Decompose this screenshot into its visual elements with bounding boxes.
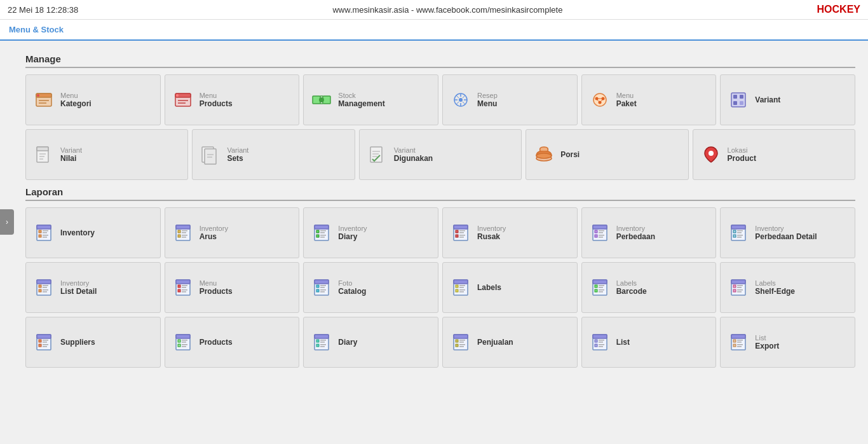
svg-rect-34 (740, 95, 743, 99)
card-suppliers[interactable]: Suppliers (25, 317, 161, 368)
sidebar-toggle[interactable]: › (0, 209, 14, 235)
svg-rect-138 (595, 289, 597, 292)
svg-rect-82 (456, 235, 458, 237)
suppliers-text: Suppliers (60, 338, 95, 347)
svg-rect-88 (599, 230, 604, 232)
svg-rect-106 (39, 289, 41, 292)
card-diary[interactable]: Diary (303, 317, 438, 368)
card-variant-digunakan[interactable]: Variant Digunakan (359, 129, 522, 180)
card-list-export[interactable]: List Export (720, 317, 855, 368)
card-labels-barcode[interactable]: Labels Barcode (581, 262, 717, 313)
penjualan-text: Penjualan (477, 338, 513, 347)
card-penjualan[interactable]: Penjualan (442, 317, 578, 368)
svg-rect-86 (593, 225, 607, 229)
svg-rect-176 (459, 340, 465, 341)
card-variant-nilai[interactable]: Variant Nilai (25, 129, 188, 180)
foto-catalog-icon (310, 276, 333, 299)
svg-rect-70 (315, 225, 329, 229)
card-variant[interactable]: Variant (720, 74, 855, 125)
card-labels-shelf-edge[interactable]: Labels Shelf-Edge (720, 262, 855, 313)
svg-rect-33 (733, 95, 737, 99)
inventory-icon (32, 221, 55, 244)
card-products[interactable]: Products (165, 317, 300, 368)
svg-rect-59 (43, 235, 48, 236)
labels-shelf-edge-text: Labels Shelf-Edge (755, 279, 795, 296)
svg-rect-72 (320, 230, 326, 232)
card-inventory[interactable]: Inventory (25, 207, 161, 258)
card-labels[interactable]: Labels (442, 262, 578, 313)
card-resep-menu[interactable]: Resep Menu (442, 74, 578, 125)
svg-rect-136 (599, 285, 604, 286)
products-text: Products (200, 338, 233, 347)
svg-rect-166 (315, 335, 329, 338)
svg-line-22 (463, 102, 465, 104)
inventory-diary-text: Inventory Diary (338, 225, 367, 241)
card-menu-products2[interactable]: Menu Products (165, 262, 300, 313)
labels-shelf-edge-icon (727, 276, 750, 299)
stock-management-icon (310, 88, 333, 111)
svg-rect-91 (599, 235, 604, 236)
svg-rect-155 (43, 344, 48, 345)
card-porsi[interactable]: Porsi (526, 129, 688, 180)
svg-point-16 (459, 98, 463, 102)
svg-rect-152 (43, 340, 48, 341)
svg-rect-135 (595, 285, 597, 288)
inventory-arus-text: Inventory Arus (200, 225, 228, 241)
svg-rect-56 (43, 230, 48, 232)
inventory-perbedaan-detail-text: Inventory Perbedaan Detail (755, 225, 817, 241)
inventory-text: Inventory (60, 228, 95, 237)
svg-rect-81 (459, 232, 464, 233)
diary-text: Diary (338, 338, 357, 347)
svg-rect-175 (456, 340, 458, 342)
card-list[interactable]: List (581, 317, 717, 368)
svg-rect-57 (43, 232, 47, 233)
svg-rect-137 (599, 287, 603, 288)
nav-menu-stock[interactable]: Menu & Stock (9, 25, 64, 34)
svg-rect-92 (599, 237, 603, 238)
variant-text: Variant (755, 95, 780, 104)
svg-rect-171 (320, 344, 326, 345)
svg-rect-54 (37, 225, 51, 229)
svg-rect-99 (737, 235, 743, 236)
card-variant-sets[interactable]: Variant Sets (192, 129, 355, 180)
svg-line-23 (463, 95, 465, 98)
svg-rect-183 (595, 340, 597, 342)
svg-rect-64 (182, 230, 187, 232)
laporan-row-3: Suppliers Products (25, 317, 855, 368)
svg-rect-143 (733, 285, 736, 288)
menu-paket-icon (588, 88, 611, 111)
inventory-diary-icon (310, 221, 333, 244)
svg-rect-98 (733, 235, 736, 237)
card-inventory-list-detail[interactable]: Inventory List Detail (25, 262, 161, 313)
card-stock-management[interactable]: Stock Management (303, 74, 438, 125)
svg-rect-145 (737, 287, 742, 288)
porsi-text: Porsi (560, 150, 580, 159)
card-inventory-arus[interactable]: Inventory Arus (165, 207, 300, 258)
svg-rect-161 (182, 342, 186, 343)
svg-rect-68 (182, 237, 186, 238)
labels-barcode-text: Labels Barcode (616, 279, 647, 296)
svg-rect-188 (599, 346, 603, 347)
card-foto-catalog[interactable]: Foto Catalog (303, 262, 438, 313)
suppliers-icon (32, 331, 55, 354)
card-menu-products[interactable]: Menu Products (165, 74, 300, 125)
svg-rect-154 (39, 344, 41, 347)
card-inventory-perbedaan-detail[interactable]: Inventory Perbedaan Detail (720, 207, 855, 258)
card-inventory-perbedaan[interactable]: Inventory Perbedaan (581, 207, 717, 258)
svg-rect-182 (593, 335, 607, 338)
svg-rect-126 (454, 280, 468, 284)
card-lokasi-product[interactable]: Lokasi Product (693, 129, 855, 180)
svg-rect-43 (205, 149, 216, 164)
svg-rect-71 (316, 230, 319, 233)
inventory-perbedaan-detail-icon (727, 221, 750, 244)
svg-rect-127 (456, 285, 458, 288)
card-menu-kategori[interactable]: Menu Kategori (25, 74, 161, 125)
laporan-row-2: Inventory List Detail Menu (25, 262, 855, 313)
card-menu-paket[interactable]: Menu Paket (581, 74, 717, 125)
lokasi-product-icon (700, 143, 722, 166)
penjualan-icon (449, 331, 472, 354)
card-inventory-diary[interactable]: Inventory Diary (303, 207, 438, 258)
laporan-section-title: Laporan (25, 186, 855, 197)
svg-rect-113 (182, 287, 186, 288)
card-inventory-rusak[interactable]: Inventory Rusak (442, 207, 578, 258)
